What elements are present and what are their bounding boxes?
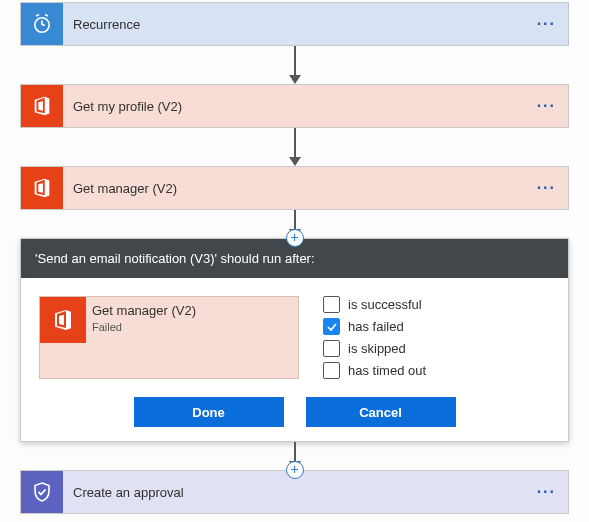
- svg-line-3: [36, 15, 39, 17]
- step-title: Get manager (V2): [63, 181, 525, 196]
- step-get-manager[interactable]: Get manager (V2) ···: [20, 166, 569, 210]
- add-step-button[interactable]: +: [286, 461, 304, 479]
- step-icon: [21, 3, 63, 45]
- checkbox[interactable]: [323, 318, 340, 335]
- predecessor-title: Get manager (V2): [92, 303, 196, 319]
- step-icon: [21, 471, 63, 513]
- connector: [20, 46, 569, 84]
- step-icon: [21, 85, 63, 127]
- checkbox[interactable]: [323, 296, 340, 313]
- step-recurrence[interactable]: Recurrence ···: [20, 2, 569, 46]
- condition-label: is successful: [348, 297, 422, 312]
- clock-icon: [21, 3, 63, 45]
- more-icon[interactable]: ···: [525, 484, 568, 500]
- add-step-button[interactable]: +: [286, 229, 304, 247]
- predecessor-card[interactable]: Get manager (V2) Failed: [39, 296, 299, 379]
- step-icon: [21, 167, 63, 209]
- step-title: Recurrence: [63, 17, 525, 32]
- condition-label: has failed: [348, 319, 404, 334]
- cancel-button[interactable]: Cancel: [306, 397, 456, 427]
- predecessor-status: Failed: [92, 321, 196, 333]
- more-icon[interactable]: ···: [525, 98, 568, 114]
- checkbox[interactable]: [323, 340, 340, 357]
- step-title: Create an approval: [63, 485, 525, 500]
- condition-label: has timed out: [348, 363, 426, 378]
- condition-has-timed-out[interactable]: has timed out: [323, 362, 426, 379]
- condition-is-successful[interactable]: is successful: [323, 296, 426, 313]
- done-button[interactable]: Done: [134, 397, 284, 427]
- conditions-list: is successful has failed is skipped: [323, 296, 426, 379]
- more-icon[interactable]: ···: [525, 16, 568, 32]
- more-icon[interactable]: ···: [525, 180, 568, 196]
- step-create-approval[interactable]: + Create an approval ···: [20, 470, 569, 514]
- condition-is-skipped[interactable]: is skipped: [323, 340, 426, 357]
- run-after-panel: + 'Send an email notification (V3)' shou…: [20, 238, 569, 442]
- step-title: Get my profile (V2): [63, 99, 525, 114]
- svg-line-4: [45, 15, 48, 17]
- condition-has-failed[interactable]: has failed: [323, 318, 426, 335]
- office-icon: [21, 85, 63, 127]
- step-get-my-profile[interactable]: Get my profile (V2) ···: [20, 84, 569, 128]
- connector: [20, 128, 569, 166]
- office-icon: [21, 167, 63, 209]
- condition-label: is skipped: [348, 341, 406, 356]
- checkbox[interactable]: [323, 362, 340, 379]
- office-icon: [40, 297, 86, 343]
- approval-icon: [21, 471, 63, 513]
- predecessor-icon: [40, 297, 86, 343]
